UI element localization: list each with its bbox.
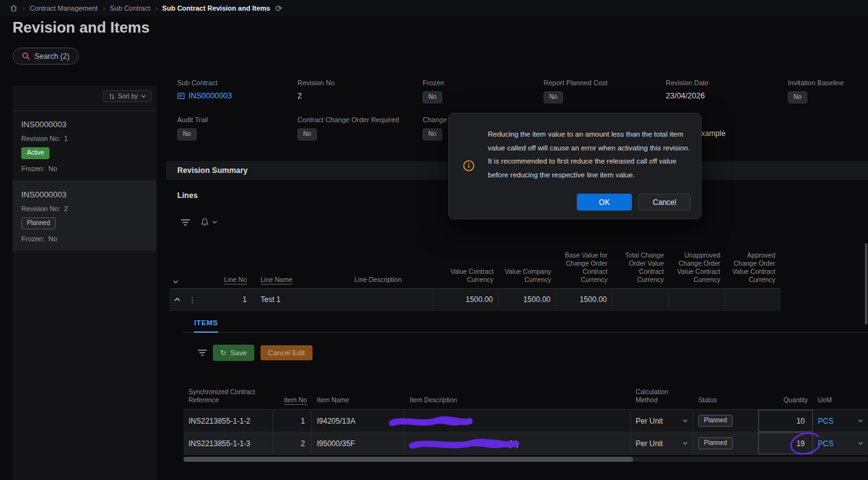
calculation-method-dropdown[interactable]: Per Unit <box>631 410 693 432</box>
tab-items[interactable]: ITEMS <box>194 319 218 333</box>
card-frozen-label: Frozen: <box>21 165 44 172</box>
save-button[interactable]: ↻ Save <box>213 345 254 361</box>
save-refresh-icon: ↻ <box>220 348 227 357</box>
cell-item-description: (V) <box>405 432 631 454</box>
items-table-header: Synchronized Contract Reference Item No … <box>183 375 868 410</box>
lines-filter-icon[interactable] <box>181 219 190 226</box>
col-approved-change-order-value[interactable]: Approved Change Order Value Contract Cur… <box>725 251 780 284</box>
page-title: Revision and Items <box>13 19 150 36</box>
cancel-edit-button[interactable]: Cancel Edit <box>261 345 313 360</box>
field-frozen: Frozen No <box>423 79 544 107</box>
items-toolbar: ↻ Save Cancel Edit <box>198 345 313 361</box>
col-status[interactable]: Status <box>693 396 758 404</box>
col-calculation-method[interactable]: Calculation Method <box>631 388 693 404</box>
revision-list-panel: Sort by INS0000003 Revision No: 1 Active… <box>13 86 157 480</box>
vertical-scrollbar-thumb[interactable] <box>865 243 867 325</box>
breadcrumb: › Contract Management › Sub Contract › S… <box>0 0 868 16</box>
col-line-no[interactable]: Line No <box>199 276 252 284</box>
row-menu-icon[interactable]: ⋮ <box>185 289 199 310</box>
cell-item-no: 1 <box>273 410 312 432</box>
sub-contract-link[interactable]: INS0000003 <box>177 91 232 100</box>
cell-status: Planned <box>693 432 758 454</box>
sort-by-label: Sort by <box>118 93 138 100</box>
col-synchronized-contract-reference[interactable]: Synchronized Contract Reference <box>183 388 273 404</box>
refresh-icon[interactable]: ⟳ <box>275 4 282 13</box>
cco-required-badge: No <box>297 128 317 140</box>
field-revision-no: Revision No 2 <box>297 79 423 107</box>
chevron-down-icon <box>212 221 217 224</box>
search-label: Search (2) <box>34 52 70 61</box>
revision-card-2[interactable]: INS0000003 Revision No: 2 Planned Frozen… <box>13 180 157 251</box>
calculation-method-dropdown[interactable]: Per Unit <box>631 432 693 454</box>
breadcrumb-sub-contract[interactable]: Sub Contract <box>110 4 150 12</box>
col-item-description[interactable]: Item Description <box>405 396 631 404</box>
audit-trail-badge: No <box>177 128 197 140</box>
ok-button[interactable]: OK <box>577 194 632 211</box>
cell-value-company: 1500.00 <box>499 289 556 310</box>
items-table-row-2[interactable]: INS2213855-1-1-3 2 I95000/35F (V) Per Un… <box>183 432 868 455</box>
chevron-down-icon <box>141 95 146 98</box>
col-unapproved-change-order-value[interactable]: Unapproved Change Order Value Contract C… <box>669 251 725 284</box>
items-filter-icon[interactable] <box>198 350 207 356</box>
search-button[interactable]: Search (2) <box>13 48 79 65</box>
quantity-input[interactable]: 10 <box>758 410 813 432</box>
cell-line-no: 1 <box>199 289 252 310</box>
uom-dropdown[interactable]: PCS <box>813 432 868 454</box>
cell-total-co-value <box>612 289 669 310</box>
report-planned-cost-badge: No <box>544 91 563 103</box>
horizontal-scrollbar[interactable] <box>183 457 868 462</box>
cancel-button[interactable]: Cancel <box>638 194 691 211</box>
bell-icon <box>201 218 209 226</box>
col-uom[interactable]: UoM <box>813 396 868 404</box>
col-item-no[interactable]: Item No <box>273 396 312 404</box>
sort-icon <box>109 93 115 100</box>
chevron-down-icon <box>683 419 688 422</box>
revision-card-1[interactable]: INS0000003 Revision No: 1 Active Frozen:… <box>13 110 157 180</box>
lines-table-header: Line No Line Name Line Description Value… <box>169 242 780 289</box>
quantity-input[interactable]: 19 <box>758 432 813 454</box>
uom-dropdown[interactable]: PCS <box>813 410 868 432</box>
items-table: Synchronized Contract Reference Item No … <box>183 375 868 455</box>
items-table-row-1[interactable]: INS2213855-1-1-2 1 I94205/13A Per Unit P… <box>183 410 868 432</box>
lines-table: Line No Line Name Line Description Value… <box>169 242 780 311</box>
field-revision-date: Revision Date 23/04/2026 <box>666 79 788 107</box>
cell-approved-co-value <box>725 289 780 310</box>
cell-line-name: Test 1 <box>252 289 346 310</box>
col-value-company-currency[interactable]: Value Company Currency <box>499 268 556 284</box>
cell-status: Planned <box>693 410 758 432</box>
sort-by-dropdown[interactable]: Sort by <box>103 90 152 102</box>
cell-line-description <box>346 289 433 310</box>
lines-section-title: Lines <box>177 191 198 200</box>
cell-item-no: 2 <box>273 432 312 454</box>
collapse-all-icon[interactable] <box>169 280 185 284</box>
chevron-down-icon <box>683 442 688 445</box>
cell-unapproved-co-value <box>669 289 725 310</box>
invitation-baseline-badge: No <box>788 91 807 103</box>
breadcrumb-current-page: Sub Contract Revision and Items <box>162 4 270 12</box>
col-line-description[interactable]: Line Description <box>346 276 433 284</box>
card-revision-value: 1 <box>64 135 68 142</box>
lines-table-row[interactable]: ⋮ 1 Test 1 1500.00 1500.00 1500.00 <box>169 289 780 311</box>
col-quantity[interactable]: Quantity <box>758 396 813 404</box>
col-base-value-change-order[interactable]: Base Value for Change Order Contract Cur… <box>556 251 612 284</box>
notifications-dropdown[interactable] <box>201 218 217 226</box>
home-icon[interactable] <box>10 4 18 12</box>
col-value-contract-currency[interactable]: Value Contract Currency <box>433 268 499 284</box>
col-total-change-order-value[interactable]: Total Change Order Value Contract Curren… <box>612 251 669 284</box>
breadcrumb-separator: › <box>23 5 24 12</box>
collapse-row-icon[interactable] <box>169 289 185 310</box>
search-icon <box>22 52 30 60</box>
status-badge: Planned <box>698 437 733 449</box>
document-icon <box>177 92 185 100</box>
card-frozen-value: No <box>48 235 57 243</box>
col-line-name[interactable]: Line Name <box>252 276 346 284</box>
status-badge: Planned <box>21 217 56 229</box>
horizontal-scrollbar-thumb[interactable] <box>183 457 633 462</box>
status-badge: Planned <box>698 415 733 427</box>
col-item-name[interactable]: Item Name <box>312 396 405 404</box>
info-icon <box>463 160 475 172</box>
lines-toolbar <box>181 218 217 226</box>
breadcrumb-contract-management[interactable]: Contract Management <box>29 4 98 12</box>
status-badge: Active <box>21 147 49 159</box>
card-frozen-value: No <box>48 165 57 172</box>
